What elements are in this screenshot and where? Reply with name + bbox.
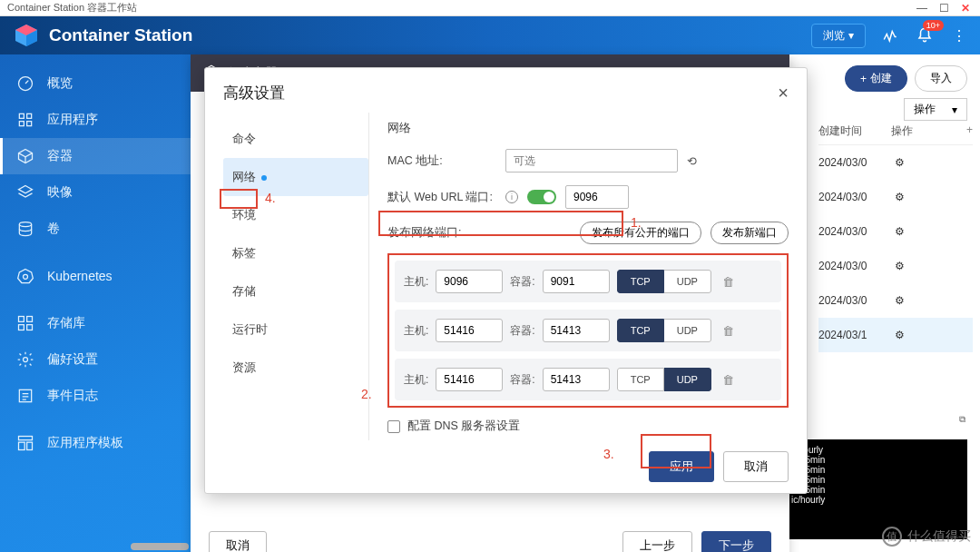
sidebar-item-applications[interactable]: 应用程序 bbox=[0, 102, 191, 138]
chevron-down-icon: ▾ bbox=[952, 104, 957, 116]
cancel-button[interactable]: 取消 bbox=[723, 451, 789, 482]
gear-icon[interactable]: ⚙ bbox=[891, 189, 907, 205]
app-title: Container Station bbox=[49, 25, 811, 45]
svg-point-15 bbox=[24, 358, 28, 362]
window-title: Container Station 容器工作站 bbox=[7, 1, 137, 15]
apply-button[interactable]: 应用 bbox=[649, 451, 714, 482]
grid-icon bbox=[16, 111, 34, 129]
table-row[interactable]: 2024/03/0⚙ bbox=[818, 249, 973, 283]
sidebar-item-eventlog[interactable]: 事件日志 bbox=[0, 378, 191, 414]
template-icon bbox=[16, 434, 34, 452]
svg-rect-18 bbox=[19, 442, 25, 449]
tcp-segment[interactable]: TCP bbox=[617, 270, 664, 293]
new-port-button[interactable]: 发布新端口 bbox=[710, 222, 789, 244]
sidebar-item-containers[interactable]: 容器 bbox=[0, 138, 191, 174]
udp-segment[interactable]: UDP bbox=[664, 270, 711, 293]
gear-icon[interactable]: ⚙ bbox=[891, 154, 907, 171]
table-row[interactable]: 2024/03/0⚙ bbox=[818, 214, 973, 249]
container-port-input[interactable] bbox=[543, 368, 610, 391]
activity-icon[interactable] bbox=[880, 25, 900, 45]
dns-checkbox[interactable] bbox=[387, 420, 400, 433]
advanced-modal-title: 高级设置 bbox=[223, 83, 285, 104]
sidebar: 概览 应用程序 容器 映像 卷 Kubernetes 存储库 偏好设置 事件日志… bbox=[0, 54, 191, 552]
sidebar-item-repository[interactable]: 存储库 bbox=[0, 305, 191, 341]
notification-badge: 10+ bbox=[923, 20, 944, 31]
web-port-input[interactable] bbox=[565, 185, 629, 209]
gauge-icon bbox=[16, 74, 34, 93]
create-button[interactable]: +创建 bbox=[845, 65, 907, 92]
container-table: 创建时间 操作 + 2024/03/0⚙ 2024/03/0⚙ 2024/03/… bbox=[818, 118, 973, 352]
host-port-input[interactable] bbox=[436, 368, 503, 391]
tcp-segment[interactable]: TCP bbox=[617, 368, 664, 391]
svg-rect-19 bbox=[27, 442, 33, 449]
udp-segment[interactable]: UDP bbox=[664, 368, 711, 391]
external-link-icon[interactable]: ⧉ bbox=[959, 414, 965, 425]
squares-icon bbox=[16, 314, 34, 332]
layers-icon bbox=[16, 183, 34, 202]
sidebar-item-images[interactable]: 映像 bbox=[0, 174, 191, 211]
more-menu-icon[interactable]: ⋮ bbox=[949, 25, 969, 45]
svg-rect-7 bbox=[27, 122, 32, 126]
window-maximize-icon[interactable]: ☐ bbox=[936, 2, 951, 15]
trash-icon[interactable]: 🗑 bbox=[719, 275, 738, 289]
svg-marker-9 bbox=[18, 270, 34, 283]
close-icon[interactable]: × bbox=[778, 83, 789, 104]
trash-icon[interactable]: 🗑 bbox=[719, 373, 738, 387]
host-port-input[interactable] bbox=[436, 319, 503, 342]
tab-storage[interactable]: 存储 bbox=[223, 272, 368, 310]
svg-point-8 bbox=[19, 222, 31, 227]
sidebar-item-overview[interactable]: 概览 bbox=[0, 65, 191, 102]
tab-labels[interactable]: 标签 bbox=[223, 234, 368, 272]
gear-icon[interactable]: ⚙ bbox=[891, 292, 907, 309]
svg-point-10 bbox=[24, 274, 28, 279]
sidebar-item-kubernetes[interactable]: Kubernetes bbox=[0, 258, 191, 294]
log-icon bbox=[16, 387, 34, 405]
svg-rect-12 bbox=[27, 317, 33, 322]
horizontal-scrollbar-thumb[interactable] bbox=[131, 543, 189, 550]
refresh-icon[interactable]: ⟲ bbox=[687, 154, 697, 168]
gear-icon[interactable]: ⚙ bbox=[891, 327, 907, 343]
tab-network[interactable]: 网络 bbox=[223, 158, 368, 196]
host-port-input[interactable] bbox=[436, 270, 503, 293]
publish-all-ports-button[interactable]: 发布所有公开的端口 bbox=[580, 222, 701, 244]
gear-icon bbox=[16, 350, 34, 369]
table-row[interactable]: 2024/03/0⚙ bbox=[818, 180, 973, 214]
column-action[interactable]: 操作 bbox=[891, 123, 927, 139]
table-row[interactable]: 2024/03/0⚙ bbox=[818, 145, 973, 180]
column-created[interactable]: 创建时间 bbox=[818, 123, 891, 139]
window-minimize-icon[interactable]: — bbox=[915, 2, 929, 15]
app-logo-icon bbox=[11, 20, 42, 51]
next-step-button[interactable]: 下一步 bbox=[701, 531, 771, 552]
tab-command[interactable]: 命令 bbox=[223, 120, 368, 158]
sidebar-item-templates[interactable]: 应用程序模板 bbox=[0, 425, 191, 461]
mac-label: MAC 地址: bbox=[387, 153, 496, 169]
tab-environment[interactable]: 环境 bbox=[223, 196, 368, 234]
gear-icon[interactable]: ⚙ bbox=[891, 258, 907, 274]
cancel-button[interactable]: 取消 bbox=[209, 531, 267, 552]
sidebar-item-preferences[interactable]: 偏好设置 bbox=[0, 341, 191, 378]
info-icon[interactable]: i bbox=[505, 191, 518, 203]
add-column-icon[interactable]: + bbox=[966, 123, 973, 139]
container-port-input[interactable] bbox=[543, 270, 610, 293]
udp-segment[interactable]: UDP bbox=[664, 319, 711, 342]
window-close-icon[interactable]: ✕ bbox=[958, 2, 973, 15]
table-row[interactable]: 2024/03/1⚙ bbox=[818, 318, 973, 352]
mac-address-input[interactable] bbox=[505, 149, 678, 172]
trash-icon[interactable]: 🗑 bbox=[719, 324, 738, 338]
web-port-toggle[interactable] bbox=[527, 190, 556, 204]
terminal-panel: ⧉ c/hourly ic/15min ic/15min ic/15min ic… bbox=[786, 439, 967, 539]
sidebar-item-volumes[interactable]: 卷 bbox=[0, 211, 191, 247]
gear-icon[interactable]: ⚙ bbox=[891, 223, 907, 240]
chevron-down-icon: ▾ bbox=[848, 29, 854, 42]
browse-button[interactable]: 浏览 ▾ bbox=[811, 24, 866, 48]
tab-resources[interactable]: 资源 bbox=[223, 349, 368, 387]
import-button[interactable]: 导入 bbox=[915, 65, 967, 92]
table-row[interactable]: 2024/03/0⚙ bbox=[818, 283, 973, 318]
notification-bell-icon[interactable]: 10+ bbox=[915, 25, 935, 45]
svg-rect-13 bbox=[19, 325, 24, 330]
tab-runtime[interactable]: 运行时 bbox=[223, 310, 368, 349]
container-port-input[interactable] bbox=[543, 319, 610, 342]
port-row: 主机: 容器: TCP UDP 🗑 bbox=[395, 261, 781, 302]
tcp-segment[interactable]: TCP bbox=[617, 319, 664, 342]
prev-step-button[interactable]: 上一步 bbox=[622, 531, 692, 552]
